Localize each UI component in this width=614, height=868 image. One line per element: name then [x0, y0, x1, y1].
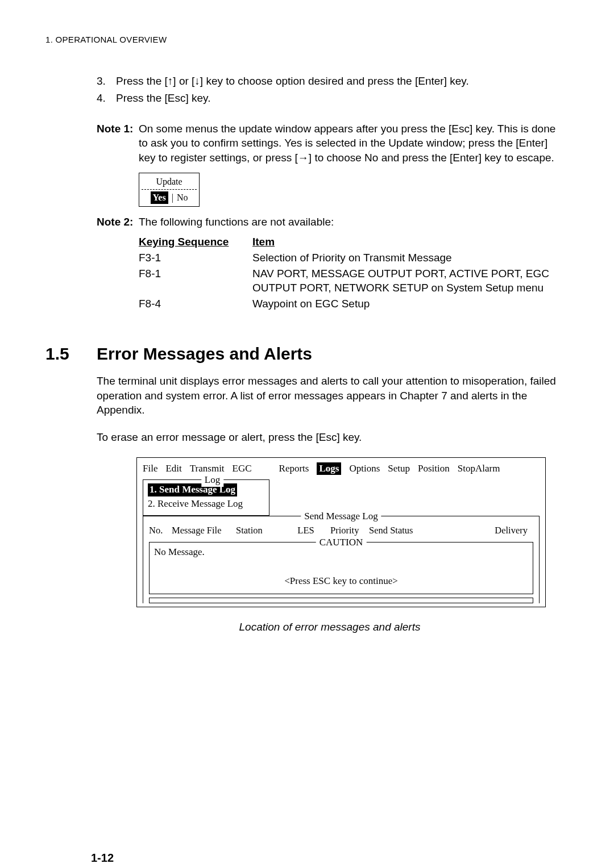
caution-panel: CAUTION No Message. <Press ESC key to co…	[149, 542, 533, 594]
table-cell-item: Waypoint on EGC Setup	[252, 297, 563, 311]
log-item-receive[interactable]: 2. Receive Message Log	[148, 498, 243, 509]
terminal-figure: File Edit Transmit EGC Reports Logs Opti…	[136, 457, 546, 607]
menu-stopalarm[interactable]: StopAlarm	[458, 462, 500, 475]
update-no-option[interactable]: No	[177, 191, 188, 204]
col-no: No.	[149, 524, 167, 537]
table-cell-key: F8-4	[139, 297, 241, 311]
running-header: 1. OPERATIONAL OVERVIEW	[45, 34, 569, 45]
step-text: Press the [↑] or [↓] key to choose optio…	[116, 74, 563, 89]
menu-reports[interactable]: Reports	[279, 462, 309, 475]
note-label: Note 1:	[97, 122, 139, 165]
update-dialog: Update Yes | No	[139, 173, 200, 206]
col-send-status: Send Status	[369, 524, 423, 537]
body-content: 3. Press the [↑] or [↓] key to choose op…	[97, 74, 563, 311]
col-message-file: Message File	[172, 524, 231, 537]
col-les: LES	[286, 524, 326, 537]
step-text: Press the [Esc] key.	[116, 91, 563, 106]
menu-edit[interactable]: Edit	[165, 462, 181, 475]
section-title: Error Messages and Alerts	[97, 343, 312, 366]
caution-legend: CAUTION	[316, 536, 367, 549]
update-options: Yes | No	[139, 190, 199, 206]
right-arrow-icon: →	[298, 152, 309, 164]
menu-setup[interactable]: Setup	[388, 462, 410, 475]
step-number: 3.	[97, 74, 116, 89]
note-body: On some menus the update window appears …	[139, 122, 563, 165]
send-message-log-legend: Send Message Log	[301, 510, 381, 523]
log-item-send[interactable]: 1. Send Message Log	[148, 483, 237, 496]
text-fragment: ] or [	[173, 75, 194, 87]
send-message-log-panel: Send Message Log No. Message File Statio…	[143, 516, 540, 603]
keying-sequence-table: Keying Sequence Item F3-1 Selection of P…	[139, 235, 563, 311]
note-2: Note 2: The following functions are not …	[97, 215, 563, 229]
up-arrow-icon: ↑	[168, 75, 173, 87]
text-fragment: ] to choose No and press the [Enter] key…	[309, 152, 554, 164]
log-dropdown: Log 1. Send Message Log 2. Receive Messa…	[143, 479, 269, 516]
note-label: Note 2:	[97, 215, 139, 229]
update-yes-option[interactable]: Yes	[151, 191, 168, 204]
section-body: The terminal unit displays error message…	[97, 374, 563, 634]
menu-file[interactable]: File	[143, 462, 157, 475]
table-cell-key: F3-1	[139, 251, 241, 265]
table-header-item: Item	[252, 235, 563, 249]
table-cell-item: NAV PORT, MESSAGE OUTPUT PORT, ACTIVE PO…	[252, 266, 563, 295]
figure-caption: Location of error messages and alerts	[97, 620, 563, 635]
note-1: Note 1: On some menus the update window …	[97, 122, 563, 165]
table-header-key: Keying Sequence	[139, 235, 241, 249]
step-3: 3. Press the [↑] or [↓] key to choose op…	[97, 74, 563, 89]
step-4: 4. Press the [Esc] key.	[97, 91, 563, 106]
bottom-strip	[149, 598, 533, 603]
section-heading: 1.5 Error Messages and Alerts	[45, 343, 569, 366]
note-body: The following functions are not availabl…	[139, 215, 563, 229]
menu-position[interactable]: Position	[418, 462, 450, 475]
menu-logs[interactable]: Logs	[317, 462, 341, 475]
menu-options[interactable]: Options	[349, 462, 380, 475]
log-legend: Log	[201, 474, 223, 487]
press-esc-hint: <Press ESC key to continue>	[154, 559, 528, 590]
step-number: 4.	[97, 91, 116, 106]
col-station: Station	[236, 524, 281, 537]
table-cell-item: Selection of Priority on Transmit Messag…	[252, 251, 563, 265]
paragraph: The terminal unit displays error message…	[97, 374, 563, 418]
table-cell-key: F8-1	[139, 266, 241, 295]
col-delivery: Delivery	[428, 524, 533, 537]
section-number: 1.5	[45, 343, 97, 366]
down-arrow-icon: ↓	[194, 75, 200, 87]
separator: |	[172, 191, 173, 204]
spacer	[260, 462, 271, 475]
menu-transmit[interactable]: Transmit	[190, 462, 225, 475]
text-fragment: ] key to choose option desired and press…	[200, 75, 469, 87]
menu-egc[interactable]: EGC	[233, 462, 252, 475]
text-fragment: Press the [	[116, 75, 168, 87]
page-number: 1-12	[91, 850, 114, 866]
col-priority: Priority	[330, 524, 364, 537]
update-title: Update	[139, 173, 199, 189]
paragraph: To erase an error message or alert, pres…	[97, 430, 563, 445]
